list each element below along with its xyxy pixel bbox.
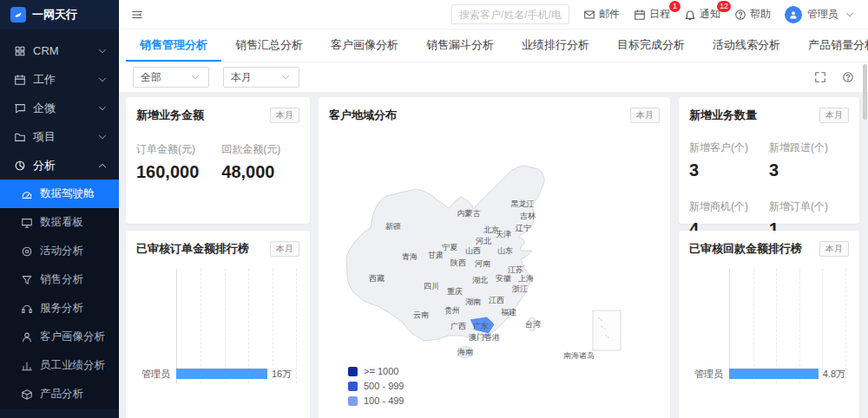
bar-category-label: 管理员 — [136, 368, 176, 381]
order-amount-stat: 订单金额(元) 160,000 — [136, 142, 199, 182]
payment-amount-stat: 回款金额(元) 48,000 — [221, 142, 280, 182]
tab-sales-funnel[interactable]: 销售漏斗分析 — [412, 29, 508, 62]
period-select-value: 本月 — [231, 70, 252, 85]
box-icon — [21, 389, 33, 401]
schedule-badge: 1 — [669, 1, 681, 12]
search-input[interactable] — [451, 4, 569, 24]
sidebar-item-crm[interactable]: CRM — [0, 36, 119, 65]
chevron-down-icon — [96, 131, 108, 143]
china-map: 黑龙江 吉林 辽宁 内蒙古 北京 天津 河北 山西 山东 新疆 宁夏 甘肃 青海… — [319, 128, 670, 364]
calendar-icon — [634, 9, 646, 21]
tab-customer-profile[interactable]: 客户画像分析 — [317, 29, 412, 62]
sidebar-item-service-analysis[interactable]: 服务分析 — [0, 294, 119, 323]
sidebar-item-label: 企微 — [33, 101, 56, 116]
tab-sales-management[interactable]: 销售管理分析 — [126, 29, 221, 62]
sidebar-item-activity-analysis[interactable]: 活动分析 — [0, 237, 119, 265]
chart-grid — [729, 269, 845, 383]
schedule-button[interactable]: 日程 1 — [634, 7, 670, 22]
sidebar-item-label: 活动分析 — [40, 244, 83, 258]
period-tag: 本月 — [819, 108, 849, 123]
monitor-icon — [21, 217, 33, 229]
tab-performance-ranking[interactable]: 业绩排行分析 — [508, 29, 603, 62]
sidebar-item-project[interactable]: 项目 — [0, 122, 119, 151]
sidebar-item-work[interactable]: 工作 — [0, 65, 119, 94]
order-ranking-chart: 管理员 16万 — [136, 269, 299, 383]
period-tag: 本月 — [630, 108, 660, 123]
bar-value-label: 16万 — [272, 368, 292, 381]
chevron-down-icon — [96, 102, 108, 114]
app-name: 一网天行 — [32, 7, 77, 23]
app-window: 一网天行 CRM 工作 企微 项目 — [0, 0, 868, 418]
sidebar-item-data-cockpit[interactable]: 数据驾驶舱 — [0, 180, 119, 208]
sidebar-item-sales-analysis[interactable]: 销售分析 — [0, 265, 119, 294]
avatar — [785, 6, 802, 23]
sidebar-item-data-board[interactable]: 数据看板 — [0, 208, 119, 237]
funnel-icon — [21, 274, 33, 286]
chevron-down-icon — [844, 9, 856, 21]
fullscreen-icon[interactable] — [814, 71, 826, 83]
filter-bar: 全部 本月 — [119, 62, 868, 92]
mail-button[interactable]: 邮件 — [583, 7, 620, 22]
legend-swatch — [348, 396, 358, 406]
tab-product-sales[interactable]: 产品销量分析 — [794, 29, 868, 62]
period-tag: 本月 — [819, 241, 849, 257]
bar — [729, 369, 819, 379]
help-label: 帮助 — [750, 7, 771, 22]
stat-label: 新增订单(个) — [769, 199, 849, 214]
analysis-tabbar: 销售管理分析 销售汇总分析 客户画像分析 销售漏斗分析 业绩排行分析 目标完成分… — [119, 29, 868, 62]
bar-track: 16万 — [176, 368, 296, 381]
period-select[interactable]: 本月 — [223, 67, 299, 88]
sidebar-item-wecom[interactable]: 企微 — [0, 94, 119, 122]
menu-collapse-icon[interactable] — [131, 9, 143, 21]
china-map-shape — [319, 128, 670, 364]
user-name: 管理员 — [807, 7, 838, 22]
legend-item: 100 - 499 — [348, 395, 660, 406]
sidebar-item-label: 产品分析 — [40, 387, 83, 402]
stat-label: 新增跟进(个) — [769, 140, 849, 155]
card-title: 新增业务数量 — [689, 108, 757, 123]
app-logo[interactable]: 一网天行 — [0, 0, 119, 29]
mail-icon — [583, 9, 595, 21]
chevron-down-icon — [96, 45, 108, 57]
scope-select[interactable]: 全部 — [133, 67, 209, 88]
map-legend: >= 1000 500 - 999 100 - 499 — [319, 364, 670, 415]
user-menu[interactable]: 管理员 — [785, 6, 856, 23]
chart-grid — [176, 269, 296, 383]
stat-value: 3 — [689, 160, 769, 180]
chevron-down-icon — [96, 74, 108, 86]
bell-icon — [684, 9, 696, 21]
left-column: 新增业务金额 本月 订单金额(元) 160,000 回款金额(元) 48,000 — [126, 97, 310, 409]
legend-item: 500 - 999 — [348, 381, 660, 391]
chat-icon — [14, 102, 26, 114]
question-circle-icon — [734, 9, 746, 21]
legend-swatch — [348, 367, 358, 376]
sidebar-item-label: 项目 — [33, 129, 56, 145]
dashboard-content: 新增业务金额 本月 订单金额(元) 160,000 回款金额(元) 48,000 — [119, 92, 868, 418]
folder-icon — [14, 131, 26, 143]
sidebar-item-label: 分析 — [33, 158, 56, 173]
help-button[interactable]: 帮助 — [734, 7, 771, 22]
question-circle-icon[interactable] — [842, 71, 854, 83]
notification-button[interactable]: 通知 12 — [684, 7, 720, 22]
calendar-icon — [14, 74, 26, 86]
sidebar-item-customer-profile-analysis[interactable]: 客户画像分析 — [0, 323, 119, 351]
sidebar-item-staff-performance-analysis[interactable]: 员工业绩分析 — [0, 351, 119, 380]
new-followup-stat: 新增跟进(个) 3 — [769, 140, 849, 180]
middle-column: 客户地域分布 本月 黑龙江 — [319, 97, 670, 409]
vertical-scrollbar[interactable] — [863, 64, 867, 120]
tab-activity-leads[interactable]: 活动线索分析 — [699, 29, 794, 62]
period-tag: 本月 — [270, 108, 299, 123]
sidebar-item-label: CRM — [33, 44, 59, 57]
legend-label: >= 1000 — [364, 366, 398, 376]
filter-bar-tools — [814, 71, 854, 83]
bar — [176, 369, 267, 379]
chevron-down-icon — [279, 71, 292, 83]
card-title: 已审核回款金额排行榜 — [689, 241, 802, 257]
tab-goal-completion[interactable]: 目标完成分析 — [603, 29, 699, 62]
sidebar-item-product-analysis[interactable]: 产品分析 — [0, 380, 119, 408]
card-title: 客户地域分布 — [329, 108, 397, 123]
tab-sales-summary[interactable]: 销售汇总分析 — [221, 29, 317, 62]
sidebar-item-analysis[interactable]: 分析 — [0, 151, 119, 180]
stat-label: 回款金额(元) — [221, 142, 280, 157]
main-area: 邮件 日程 1 通知 12 帮助 — [119, 0, 868, 418]
